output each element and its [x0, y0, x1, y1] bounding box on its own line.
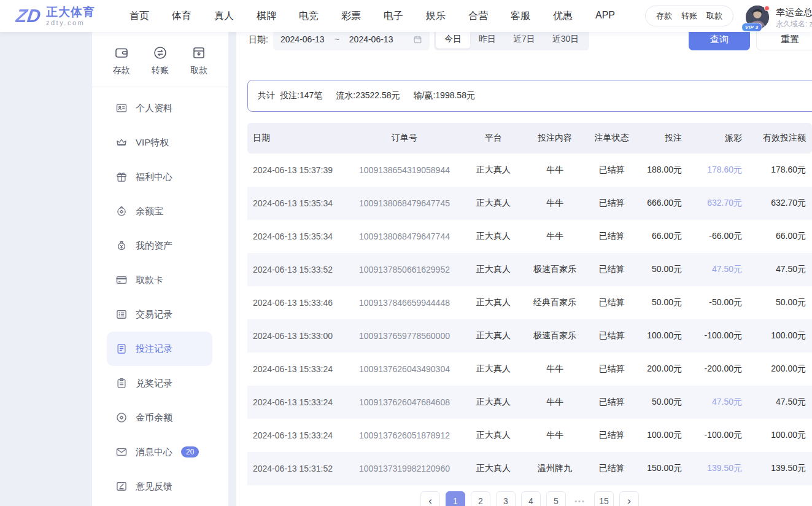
wallet-action-转账[interactable]: 转账: [681, 10, 697, 21]
cell-status: 已结算: [585, 364, 638, 375]
wallet-action-存款[interactable]: 存款: [656, 10, 672, 21]
nav-item-娱乐[interactable]: 娱乐: [426, 10, 446, 23]
table-row[interactable]: 2024-06-13 15:33:461009137846659944448正大…: [247, 286, 812, 319]
summary-bets: 投注:147笔: [280, 90, 322, 101]
nav-item-优惠[interactable]: 优惠: [553, 10, 573, 23]
cell-bet: 100.00元: [638, 430, 684, 441]
table-row[interactable]: 2024-06-13 15:33:001009137659778560000正大…: [247, 319, 812, 352]
range-chip-昨日[interactable]: 昨日: [470, 30, 505, 49]
nav-item-客服[interactable]: 客服: [511, 10, 530, 23]
table-row[interactable]: 2024-06-13 15:33:241009137626043490304正大…: [247, 352, 812, 386]
cell-platform: 正大真人: [462, 397, 525, 408]
wallet-action-取款[interactable]: 取款: [706, 10, 722, 21]
table-row[interactable]: 2024-06-13 15:33:521009137850661629952正大…: [247, 253, 812, 286]
cell-status: 已结算: [585, 165, 638, 176]
bet-records-table: 日期订单号平台投注内容注单状态投注派彩有效投注额 2024-06-13 15:3…: [247, 123, 812, 485]
sidebar-item-交易记录[interactable]: 交易记录: [92, 297, 228, 332]
pagination-next[interactable]: ›: [619, 491, 639, 506]
pagination-page-3[interactable]: 3: [496, 491, 516, 506]
vip-badge: VIP 3: [741, 23, 762, 32]
cell-date: 2024-06-13 15:33:52: [247, 265, 347, 274]
pagination-page-2[interactable]: 2: [471, 491, 490, 506]
sidebar-item-金币余额[interactable]: 金币余额: [92, 400, 228, 435]
pagination-ellipsis: •••: [571, 491, 589, 506]
vault-icon: [115, 205, 128, 217]
main-panel: 日期: 2024-06-13 ~ 2024-06-13 今日昨日近7日近30日 …: [236, 0, 812, 506]
column-header-日期: 日期: [247, 133, 347, 144]
nav-item-电竞[interactable]: 电竞: [299, 10, 319, 23]
nav-item-首页[interactable]: 首页: [130, 10, 149, 23]
bank-card-icon: [115, 274, 128, 286]
summary-bar: 共计 投注:147笔 流水:23522.58元 输/赢:1998.58元: [247, 80, 812, 112]
cell-bet: 200.00元: [638, 364, 684, 375]
nav-item-棋牌[interactable]: 棋牌: [257, 10, 276, 23]
sidebar-item-消息中心[interactable]: 消息中心 20: [92, 435, 228, 469]
brand-domain: zdty.com: [46, 19, 95, 27]
pagination-page-1[interactable]: 1: [446, 491, 465, 506]
sidebar-item-VIP特权[interactable]: VIP特权: [92, 125, 228, 160]
range-chip-今日[interactable]: 今日: [436, 30, 470, 49]
cell-bet: 50.00元: [638, 264, 684, 275]
cell-payout: 178.60元: [684, 165, 746, 176]
permanent-domain-note: 永久域名: z: [776, 19, 812, 29]
cell-content: 极速百家乐: [525, 330, 585, 341]
quick-action-取款[interactable]: 取款: [190, 45, 207, 76]
nav-item-真人[interactable]: 真人: [214, 10, 234, 23]
summary-turnover: 流水:23522.58元: [336, 90, 400, 101]
nav-item-电子[interactable]: 电子: [384, 10, 403, 23]
table-row[interactable]: 2024-06-13 15:33:241009137626051878912正大…: [247, 419, 812, 452]
sidebar-item-兑奖记录[interactable]: 兑奖记录: [92, 366, 228, 400]
calendar-icon: [413, 35, 422, 44]
range-chip-近30日[interactable]: 近30日: [544, 30, 588, 49]
range-chip-近7日[interactable]: 近7日: [505, 30, 544, 49]
table-row[interactable]: 2024-06-13 15:31:521009137319982120960正大…: [247, 452, 812, 485]
cell-platform: 正大真人: [462, 430, 525, 441]
pagination-page-4[interactable]: 4: [521, 491, 541, 506]
withdraw-icon: [191, 45, 206, 60]
sidebar-item-取款卡[interactable]: 取款卡: [92, 263, 228, 297]
nav-item-体育[interactable]: 体育: [172, 10, 191, 23]
date-filter-label: 日期:: [249, 34, 268, 45]
cell-payout: -200.00元: [684, 364, 746, 375]
cell-platform: 正大真人: [462, 463, 525, 474]
cell-payout: -66.00元: [684, 231, 746, 242]
cell-content: 牛牛: [525, 198, 585, 209]
sidebar-item-福利中心[interactable]: 福利中心: [92, 160, 228, 194]
sidebar-item-余额宝[interactable]: 余额宝: [92, 194, 228, 228]
table-row[interactable]: 2024-06-13 15:35:341009138068479647745正大…: [247, 187, 812, 220]
sidebar-item-意见反馈[interactable]: 意见反馈: [92, 469, 228, 504]
nav-item-彩票[interactable]: 彩票: [341, 10, 361, 23]
sidebar-quick-actions: 存款 转账 取款: [92, 32, 228, 87]
table-row[interactable]: 2024-06-13 15:37:391009138654319058944正大…: [247, 154, 812, 187]
summary-prefix: 共计: [258, 90, 275, 101]
table-header-row: 日期订单号平台投注内容注单状态投注派彩有效投注额: [247, 123, 812, 154]
cell-order: 1009138654319058944: [347, 165, 462, 175]
cell-order: 1009137626047684608: [347, 397, 462, 407]
brand-logo[interactable]: ZD 正大体育 zdty.com: [16, 6, 95, 26]
cell-content: 牛牛: [525, 231, 585, 242]
cell-payout: 47.50元: [684, 397, 746, 408]
quick-action-存款[interactable]: 存款: [113, 45, 130, 76]
pagination-page-5[interactable]: 5: [546, 491, 566, 506]
quick-action-label: 存款: [113, 65, 130, 76]
header-right: 存款转账取款 VIP 3 幸运金总 永久域名: z: [645, 0, 812, 32]
quick-action-转账[interactable]: 转账: [152, 45, 169, 76]
nav-item-合营[interactable]: 合营: [468, 10, 488, 23]
crown-icon: [115, 136, 128, 149]
pagination-page-15[interactable]: 15: [594, 491, 614, 506]
sidebar-item-投注记录[interactable]: 投注记录: [107, 332, 212, 366]
column-header-投注: 投注: [638, 133, 684, 144]
user-block[interactable]: VIP 3 幸运金总 永久域名: z: [746, 2, 812, 30]
cell-valid: 100.00元: [746, 330, 812, 341]
nav-item-APP[interactable]: APP: [595, 10, 615, 23]
deposit-icon: [114, 45, 129, 60]
cell-content: 温州牌九: [525, 463, 585, 474]
sidebar-item-我的资产[interactable]: 我的资产: [92, 228, 228, 263]
table-row[interactable]: 2024-06-13 15:35:341009138068479647744正大…: [247, 220, 812, 253]
pagination-prev[interactable]: ‹: [420, 491, 440, 506]
cell-bet: 666.00元: [638, 198, 684, 209]
cell-status: 已结算: [585, 463, 638, 474]
table-row[interactable]: 2024-06-13 15:33:241009137626047684608正大…: [247, 386, 812, 419]
cell-platform: 正大真人: [462, 364, 525, 375]
sidebar-item-个人资料[interactable]: 个人资料: [92, 91, 228, 125]
